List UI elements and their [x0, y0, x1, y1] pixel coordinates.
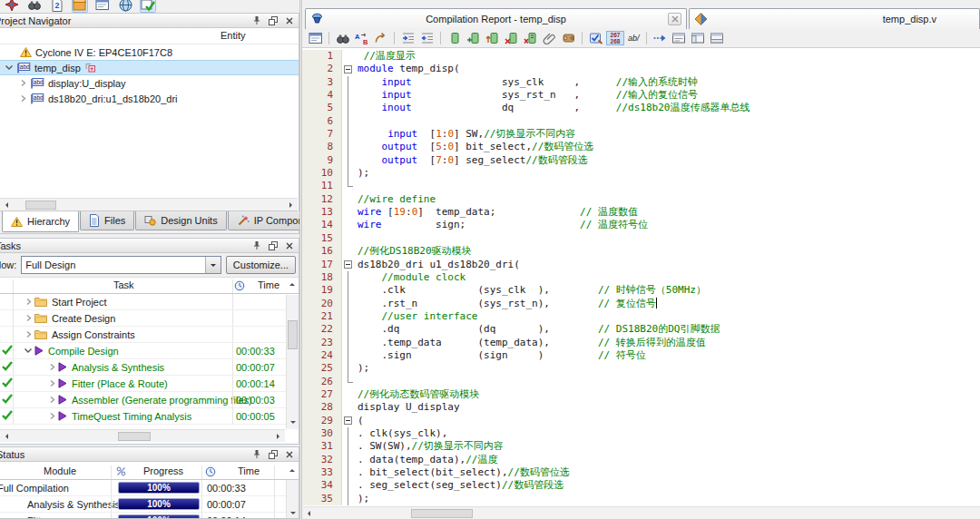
customize-button[interactable]: Customize... [226, 256, 296, 274]
task-row[interactable]: Create Design [0, 310, 299, 327]
bookmark-toggle-button[interactable] [446, 30, 463, 46]
chevron-right-icon[interactable] [45, 363, 58, 371]
scroll-thumb[interactable] [25, 201, 56, 210]
task-row[interactable]: Compile Design00:00:33 [0, 343, 299, 359]
float-icon[interactable] [267, 448, 279, 460]
scroll-thumb[interactable] [118, 432, 151, 441]
bookmark-delete-all-button[interactable] [522, 30, 539, 46]
document-window-button[interactable] [94, 0, 111, 13]
goto-line-button[interactable] [372, 30, 389, 46]
tab-files[interactable]: Files [80, 211, 134, 230]
tasks-hscrollbar[interactable] [0, 429, 285, 442]
tree-item[interactable]: abdds18b20_dri:u1_ds18b20_dri [0, 91, 299, 106]
tasks-vscrollbar[interactable] [286, 295, 299, 429]
chevron-right-icon[interactable] [22, 314, 34, 322]
scroll-thumb[interactable] [288, 320, 298, 349]
line-number: 23 [302, 337, 342, 349]
tab-label: Files [104, 215, 125, 226]
float-icon[interactable] [267, 240, 279, 251]
task-row[interactable]: Fitter (Place & Route)00:00:14 [0, 376, 299, 392]
chevron-down-icon[interactable] [205, 257, 220, 273]
scroll-left-icon[interactable] [0, 199, 13, 211]
find-button[interactable] [26, 0, 43, 13]
code-editor[interactable]: 1 //温度显示2module temp_disp(3 input sys_cl… [302, 48, 980, 506]
chevron-right-icon[interactable] [45, 396, 58, 404]
tree-item[interactable]: Cyclone IV E: EP4CE10F17C8 [0, 44, 299, 60]
check-window-button[interactable] [140, 0, 156, 13]
task-row[interactable]: Start Project [0, 294, 299, 310]
close-icon[interactable] [283, 15, 296, 26]
float-icon[interactable] [267, 15, 279, 26]
scroll-down-icon[interactable] [287, 507, 299, 519]
status-row[interactable]: Fitter100%00:00:14 [0, 513, 299, 519]
fold-toggle-icon[interactable] [344, 260, 352, 269]
close-icon[interactable] [283, 240, 296, 251]
split-view-3-button[interactable] [709, 30, 726, 46]
chevron-down-icon[interactable] [3, 64, 15, 72]
chevron-right-icon[interactable] [16, 79, 29, 87]
find-button[interactable] [334, 30, 351, 46]
split-view-1-button[interactable] [671, 30, 688, 46]
navigate-button[interactable] [4, 0, 20, 13]
fold-column[interactable] [342, 63, 356, 75]
chevron-right-icon[interactable] [22, 298, 34, 306]
chevron-down-icon[interactable] [22, 347, 34, 355]
page-two-button[interactable]: 2 [49, 0, 65, 13]
fold-column[interactable] [342, 415, 356, 427]
close-icon[interactable] [668, 13, 681, 25]
tree-item[interactable]: abddisplay:U_display [0, 75, 299, 91]
status-row[interactable]: Analysis & Synthesis100%00:00:07 [0, 496, 299, 513]
task-row[interactable]: Assembler (Generate programming files)00… [0, 392, 299, 408]
scroll-up-icon[interactable] [286, 279, 299, 291]
task-row[interactable]: Analysis & Synthesis00:00:07 [0, 359, 299, 376]
split-view-2-button[interactable] [690, 30, 707, 46]
unindent-button[interactable] [418, 30, 436, 46]
code-line: 27//例化动态数码管驱动模块 [302, 388, 980, 401]
pin-icon[interactable] [250, 15, 263, 26]
scroll-down-icon[interactable] [287, 416, 299, 429]
analyze-syntax-button[interactable] [587, 30, 604, 46]
tab-compilation-report[interactable]: Compilation Report - temp_disp [305, 8, 687, 29]
macro-button[interactable] [560, 30, 577, 46]
tab-hierarchy[interactable]: Hierarchy [2, 211, 79, 232]
fold-toggle-icon[interactable] [344, 65, 352, 73]
scroll-left-icon[interactable] [0, 430, 13, 443]
fold-toggle-icon[interactable] [344, 416, 352, 425]
editor-hscrollbar[interactable] [302, 506, 980, 519]
tab-design-units[interactable]: Design Units [135, 211, 226, 230]
progress-bar: 100% [118, 482, 200, 494]
chevron-right-icon[interactable] [45, 379, 58, 387]
comment-tool-button[interactable]: ab/ [626, 34, 642, 43]
scroll-right-icon[interactable] [272, 430, 285, 443]
globe-button[interactable] [117, 0, 133, 13]
jump-to-button[interactable] [652, 30, 669, 46]
tree-item[interactable]: abdtemp_disp [0, 60, 299, 75]
flow-select[interactable]: Full Design [21, 256, 221, 274]
bookmark-delete-button[interactable] [503, 30, 520, 46]
task-row[interactable]: TimeQuest Timing Analysis00:00:05 [0, 408, 299, 425]
document-window-button[interactable] [307, 30, 324, 46]
replace-button[interactable]: AB [353, 30, 370, 46]
text-cursor [656, 298, 657, 308]
archive-button[interactable] [72, 0, 88, 13]
pin-icon[interactable] [250, 240, 263, 251]
tab-temp-disp-v[interactable]: temp_disp.v [689, 8, 980, 29]
bookmark-previous-button[interactable] [484, 30, 501, 46]
chevron-right-icon[interactable] [22, 330, 34, 338]
scroll-thumb[interactable] [411, 509, 473, 518]
status-row[interactable]: Full Compilation100%00:00:33 [0, 480, 299, 496]
fold-column[interactable] [342, 259, 356, 271]
navigator-hscrollbar[interactable] [0, 198, 298, 211]
chevron-right-icon[interactable] [45, 412, 58, 420]
scroll-left-icon[interactable] [302, 507, 315, 519]
scroll-up-icon[interactable] [286, 465, 299, 477]
task-row[interactable]: Assign Constraints [0, 327, 299, 343]
attach-note-button[interactable] [541, 30, 558, 46]
scroll-right-icon[interactable] [285, 199, 298, 211]
chevron-right-icon[interactable] [16, 94, 29, 103]
indent-button[interactable] [399, 30, 416, 46]
close-icon[interactable] [283, 448, 296, 460]
pin-icon[interactable] [250, 448, 263, 460]
status-vscrollbar[interactable] [286, 480, 299, 519]
bookmark-add-button[interactable] [465, 30, 482, 46]
